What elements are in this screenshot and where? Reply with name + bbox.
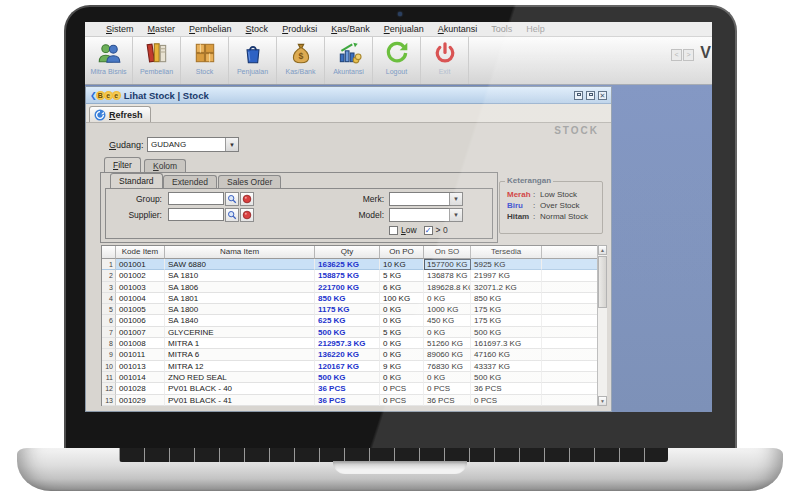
table-cell[interactable]: 625 KG xyxy=(315,315,380,326)
menu-item-penjualan[interactable]: Penjualan xyxy=(377,24,431,34)
table-cell[interactable]: 0 KG xyxy=(424,293,471,304)
menu-item-stock[interactable]: Stock xyxy=(239,24,276,34)
table-cell[interactable]: 0 KG xyxy=(380,349,424,360)
table-cell[interactable]: SAW 6880 xyxy=(165,259,315,270)
table-cell[interactable]: 001005 xyxy=(116,304,165,315)
toolbar-button-logout[interactable]: Logout xyxy=(373,37,421,84)
row-number-cell[interactable]: 8 xyxy=(102,338,116,349)
tab-kolom[interactable]: Kolom xyxy=(144,159,186,172)
table-cell[interactable]: GLYCERINE xyxy=(165,327,315,338)
table-cell[interactable]: 89060 KG xyxy=(424,349,471,360)
column-header-tersedia[interactable]: Tersedia xyxy=(471,246,542,259)
table-cell[interactable]: 43337 KG xyxy=(471,361,542,372)
table-cell[interactable]: 136220 KG xyxy=(315,349,380,360)
table-cell[interactable]: 161697.3 KG xyxy=(471,338,542,349)
stock-table[interactable]: Kode ItemNama ItemQtyOn POOn SOTersedia … xyxy=(101,245,607,406)
tab-extended[interactable]: Extended xyxy=(163,175,217,188)
table-cell[interactable]: 001004 xyxy=(116,293,165,304)
table-cell[interactable]: 136878 KG xyxy=(424,270,471,281)
table-cell[interactable]: 001014 xyxy=(116,372,165,383)
menu-item-produksi[interactable]: Produksi xyxy=(275,24,324,34)
scrollbar-thumb[interactable] xyxy=(598,256,607,308)
column-header-kode-item[interactable]: Kode Item xyxy=(116,246,165,259)
table-cell[interactable]: 500 KG xyxy=(315,327,380,338)
toolbar-scroll-right-button[interactable]: > xyxy=(683,49,694,61)
table-cell[interactable]: 36 PCS xyxy=(315,383,380,394)
table-cell[interactable]: 21997 KG xyxy=(471,270,542,281)
row-number-cell[interactable]: 11 xyxy=(102,372,116,383)
table-cell[interactable]: MITRA 6 xyxy=(165,349,315,360)
toolbar-scroll-left-button[interactable]: < xyxy=(671,49,682,61)
table-cell[interactable]: MITRA 1 xyxy=(165,338,315,349)
table-row[interactable]: 3001003SA 1806221700 KG6 KG189628.8 KG32… xyxy=(102,282,606,293)
table-cell[interactable]: 6 KG xyxy=(380,282,424,293)
table-cell[interactable]: ZNO RED SEAL xyxy=(165,372,315,383)
table-cell[interactable]: 450 KG xyxy=(424,315,471,326)
table-cell[interactable]: 0 KG xyxy=(380,338,424,349)
table-header-row[interactable]: Kode ItemNama ItemQtyOn POOn SOTersedia xyxy=(102,246,606,259)
table-cell[interactable]: 158875 KG xyxy=(315,270,380,281)
row-number-cell[interactable]: 1 xyxy=(102,259,116,270)
table-cell[interactable]: 001002 xyxy=(116,270,165,281)
table-cell[interactable]: 0 KG xyxy=(424,327,471,338)
menu-item-help[interactable]: Help xyxy=(519,24,552,34)
merk-select[interactable]: ▼ xyxy=(389,192,463,206)
table-cell[interactable]: SA 1800 xyxy=(165,304,315,315)
table-cell[interactable]: MITRA 12 xyxy=(165,361,315,372)
scroll-down-icon[interactable]: ▼ xyxy=(598,396,607,406)
table-cell[interactable]: 001028 xyxy=(116,383,165,394)
table-cell[interactable]: SA 1801 xyxy=(165,293,315,304)
table-cell[interactable]: 0 PCS xyxy=(380,395,424,406)
table-cell[interactable]: 0 PCS xyxy=(424,383,471,394)
table-cell[interactable]: 163625 KG xyxy=(315,259,380,270)
window-titlebar[interactable]: ❮Bee Lihat Stock | Stock ✕ xyxy=(86,87,611,104)
tab-sales-order[interactable]: Sales Order xyxy=(218,175,281,188)
table-cell[interactable]: 157700 KG xyxy=(424,259,471,270)
table-cell[interactable]: 001003 xyxy=(116,282,165,293)
table-cell[interactable]: 001029 xyxy=(116,395,165,406)
menu-item-master[interactable]: Master xyxy=(141,24,183,34)
group-clear-button[interactable] xyxy=(240,192,254,206)
table-cell[interactable]: 1175 KG xyxy=(315,304,380,315)
group-input[interactable] xyxy=(168,192,224,205)
toolbar-button-akuntansi[interactable]: Akuntansi xyxy=(325,37,373,84)
table-cell[interactable]: 36 PCS xyxy=(471,383,542,394)
table-cell[interactable]: 500 KG xyxy=(471,327,542,338)
table-cell[interactable]: PV01 BLACK - 40 xyxy=(165,383,315,394)
column-header-qty[interactable]: Qty xyxy=(315,246,380,259)
table-cell[interactable]: 5925 KG xyxy=(471,259,542,270)
column-header-blank[interactable] xyxy=(102,246,116,259)
table-cell[interactable]: 36 PCS xyxy=(315,395,380,406)
table-cell[interactable]: 850 KG xyxy=(471,293,542,304)
row-number-cell[interactable]: 13 xyxy=(102,395,116,406)
menu-item-sistem[interactable]: Sistem xyxy=(99,24,141,34)
row-number-cell[interactable]: 12 xyxy=(102,383,116,394)
table-cell[interactable]: 175 KG xyxy=(471,315,542,326)
table-cell[interactable]: 212957.3 KG xyxy=(315,338,380,349)
table-cell[interactable]: 221700 KG xyxy=(315,282,380,293)
toolbar-button-mitra-bisnis[interactable]: Mitra Bisnis xyxy=(85,37,133,84)
table-cell[interactable]: 500 KG xyxy=(315,372,380,383)
tab-filter[interactable]: Filter xyxy=(104,157,141,172)
group-search-button[interactable] xyxy=(225,192,239,206)
table-cell[interactable]: 9 KG xyxy=(380,361,424,372)
table-cell[interactable]: 001013 xyxy=(116,361,165,372)
menu-item-tools[interactable]: Tools xyxy=(484,24,519,34)
table-row[interactable]: 8001008MITRA 1212957.3 KG0 KG51260 KG161… xyxy=(102,338,606,349)
window-maximize-icon[interactable] xyxy=(586,91,595,100)
tab-standard[interactable]: Standard xyxy=(110,173,163,188)
table-cell[interactable]: 5 KG xyxy=(380,270,424,281)
table-row[interactable]: 4001004SA 1801850 KG100 KG0 KG850 KG xyxy=(102,293,606,304)
model-select[interactable]: ▼ xyxy=(389,208,463,222)
table-cell[interactable]: 0 KG xyxy=(380,372,424,383)
menu-item-akuntansi[interactable]: Akuntansi xyxy=(431,24,485,34)
table-cell[interactable]: 1000 KG xyxy=(424,304,471,315)
table-row[interactable]: 13001029PV01 BLACK - 4136 PCS0 PCS36 PCS… xyxy=(102,395,606,406)
table-cell[interactable]: 500 KG xyxy=(471,372,542,383)
supplier-clear-button[interactable] xyxy=(240,208,254,222)
table-cell[interactable]: 32071.2 KG xyxy=(471,282,542,293)
gt0-checkbox[interactable]: ✓ xyxy=(424,226,433,235)
table-cell[interactable]: 001007 xyxy=(116,327,165,338)
toolbar-button-stock[interactable]: Stock xyxy=(181,37,229,84)
column-header-on-so[interactable]: On SO xyxy=(424,246,471,259)
